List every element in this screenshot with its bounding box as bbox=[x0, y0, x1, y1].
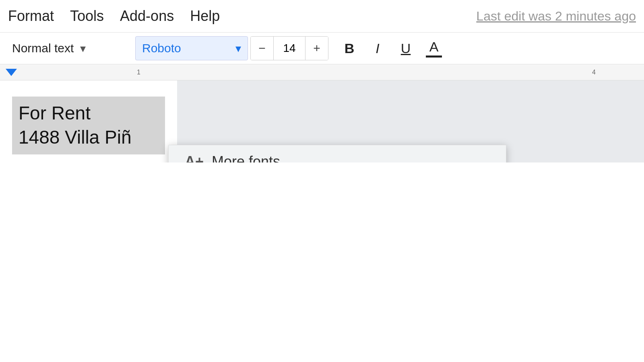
underline-button[interactable]: U bbox=[394, 36, 418, 60]
font-size-value[interactable]: 14 bbox=[273, 36, 305, 60]
ruler-ticks: 1 4 bbox=[24, 64, 644, 80]
more-fonts-item[interactable]: A+ More fonts bbox=[169, 145, 506, 162]
text-format-buttons: B I U A bbox=[335, 36, 446, 60]
doc-content: For Rent 1488 Villa Piñ bbox=[0, 80, 177, 162]
ruler-number-4: 4 bbox=[592, 69, 596, 76]
content-area: For Rent 1488 Villa Piñ A+ More fonts RE… bbox=[0, 80, 644, 162]
font-selector-arrow-icon: ▾ bbox=[235, 42, 241, 55]
italic-button[interactable]: I bbox=[365, 36, 390, 60]
ruler-number-1: 1 bbox=[137, 69, 140, 76]
font-size-increase-button[interactable]: + bbox=[305, 36, 328, 60]
font-size-group: − 14 + bbox=[250, 36, 328, 60]
menu-format[interactable]: Format bbox=[8, 8, 54, 25]
document-panel: For Rent 1488 Villa Piñ bbox=[0, 80, 177, 162]
last-edit-text: Last edit was 2 minutes ago bbox=[476, 9, 636, 24]
font-selector-label: Roboto bbox=[142, 41, 181, 55]
menu-help[interactable]: Help bbox=[190, 8, 220, 25]
paragraph-style-arrow-icon: ▾ bbox=[80, 42, 86, 55]
document-text-block: For Rent 1488 Villa Piñ bbox=[12, 97, 165, 154]
more-fonts-icon: A+ bbox=[185, 153, 204, 162]
ruler: 1 4 bbox=[0, 64, 644, 80]
font-dropdown: A+ More fonts RECENT ✓ Roboto ▶ Ultra Ca… bbox=[168, 145, 506, 162]
bold-button[interactable]: B bbox=[337, 36, 361, 60]
paragraph-style-label: Normal text bbox=[12, 41, 74, 55]
font-color-button[interactable]: A bbox=[422, 36, 446, 60]
document-text-line2: 1488 Villa Piñ bbox=[19, 125, 159, 150]
more-fonts-label: More fonts bbox=[212, 153, 280, 162]
font-color-underline bbox=[426, 56, 442, 58]
menu-bar: Format Tools Add-ons Help Last edit was … bbox=[0, 0, 644, 32]
menu-addons[interactable]: Add-ons bbox=[120, 8, 174, 25]
menu-tools[interactable]: Tools bbox=[70, 8, 104, 25]
font-color-letter: A bbox=[429, 39, 439, 55]
font-selector[interactable]: Roboto ▾ bbox=[135, 36, 248, 60]
document-text-line1: For Rent bbox=[19, 101, 159, 125]
ruler-indent-marker[interactable] bbox=[6, 69, 17, 76]
paragraph-style-selector[interactable]: Normal text ▾ bbox=[4, 36, 133, 60]
toolbar: Normal text ▾ Roboto ▾ − 14 + B I U A bbox=[0, 32, 644, 64]
font-size-decrease-button[interactable]: − bbox=[251, 36, 273, 60]
